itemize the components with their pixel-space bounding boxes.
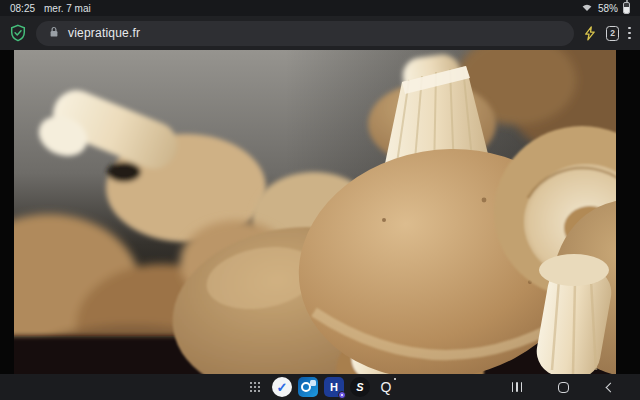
status-bar: 08:25 mer. 7 mai 58% [0, 0, 640, 16]
kebab-menu-icon[interactable] [628, 27, 631, 40]
home-button[interactable] [540, 374, 586, 400]
h-glyph: H [330, 381, 338, 393]
browser-toolbar: viepratique.fr 2 [0, 16, 640, 50]
status-date: mer. 7 mai [44, 3, 91, 14]
q-dot [394, 378, 396, 380]
tab-switcher-button[interactable]: 2 [606, 26, 619, 41]
lightning-icon[interactable] [583, 26, 597, 41]
tab-count: 2 [606, 26, 619, 41]
status-time: 08:25 [10, 3, 35, 14]
outlook-o-ring [301, 382, 311, 392]
battery-icon [623, 2, 630, 14]
battery-percent: 58% [598, 3, 618, 14]
app-drawer-icon[interactable] [244, 376, 266, 398]
url-bar[interactable]: viepratique.fr [36, 21, 574, 46]
q-glyph: Q [381, 379, 392, 395]
q-app-icon[interactable]: Q [376, 377, 396, 397]
s-app-icon[interactable]: S [350, 377, 370, 397]
check-glyph: ✓ [277, 380, 288, 395]
check-app-icon[interactable]: ✓ [272, 377, 292, 397]
back-button[interactable] [586, 374, 632, 400]
mushrooms-photo-illustration [14, 50, 616, 374]
navigation-keys [494, 374, 632, 400]
android-tablet-screen: 08:25 mer. 7 mai 58% viepr [0, 0, 640, 400]
outlook-app-icon[interactable] [298, 377, 318, 397]
url-text: viepratique.fr [68, 26, 140, 40]
recents-button[interactable] [494, 374, 540, 400]
page-content [0, 50, 640, 374]
lock-icon [49, 26, 59, 41]
s-glyph: S [356, 381, 363, 393]
notification-badge [338, 391, 347, 400]
envelope-flap [310, 380, 316, 386]
mushrooms-photo[interactable] [14, 50, 616, 374]
h-app-icon[interactable]: H [324, 377, 344, 397]
shield-check-icon[interactable] [9, 24, 27, 42]
taskbar: ✓ H S Q [0, 374, 640, 400]
wifi-icon [581, 2, 593, 14]
